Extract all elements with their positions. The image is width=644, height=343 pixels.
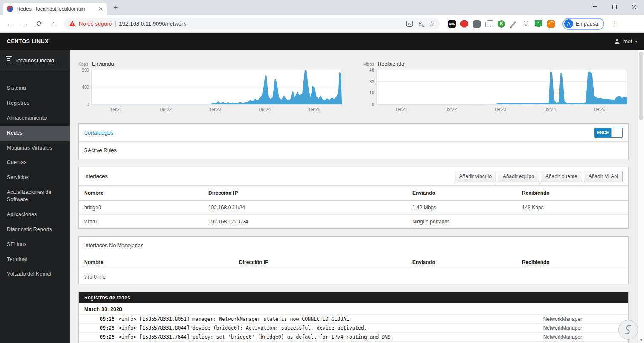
- unmanaged-panel: Interfaces No Manejadas Nombre Dirección…: [78, 236, 629, 284]
- sidebar: localhost.locald... Sistema Registros Al…: [0, 50, 70, 343]
- svg-text:16: 16: [369, 90, 374, 95]
- log-row[interactable]: 09:25 <info> [1585578331.8051] manager: …: [79, 314, 628, 323]
- table-row-bridge0[interactable]: bridge0 192.168.0.11/24 1,42 Mbps 143 Kb…: [79, 201, 628, 214]
- sidebar-item-terminal[interactable]: Terminal: [0, 252, 70, 267]
- log-service: NetworkManager: [543, 325, 582, 331]
- shield-check: ✓: [537, 20, 540, 24]
- close-icon: [632, 4, 637, 10]
- sidebar-item-servicios[interactable]: Servicios: [0, 170, 70, 185]
- browser-tab[interactable]: Redes - localhost.localdomain: [3, 3, 107, 15]
- toggle-on-label: ENCE: [595, 128, 611, 137]
- shield-extension-icon[interactable]: ✓0: [535, 20, 542, 28]
- minimize-button[interactable]: [585, 0, 605, 14]
- adblock-extension-icon[interactable]: [460, 20, 468, 28]
- log-row[interactable]: 09:25 <info> [1585578331.7644] policy: s…: [79, 332, 628, 341]
- chart-receiving: Mbps Recibiendo 016324809:2109:2209:2309…: [363, 61, 629, 114]
- add-vlan-button[interactable]: Añadir VLAN: [584, 171, 623, 182]
- scrollbar-thumb[interactable]: [639, 52, 643, 120]
- sidebar-item-actualizaciones[interactable]: Actualizaciones de Software: [0, 185, 70, 207]
- interfaces-header: Interfaces Añadir vínculo Añadir equipo …: [79, 167, 628, 185]
- sidebar-item-diagnostic-reports[interactable]: Diagnostic Reports: [0, 222, 70, 237]
- brand-title: CENTOS LINUX: [7, 38, 49, 44]
- user-name: root: [623, 38, 632, 44]
- shopping-extension-icon[interactable]: [547, 20, 555, 28]
- add-team-button[interactable]: Añadir equipo: [498, 171, 539, 182]
- svg-text:09:22: 09:22: [446, 107, 457, 112]
- maximize-button[interactable]: [605, 0, 624, 14]
- tab-close-icon[interactable]: [98, 6, 103, 12]
- sidebar-item-almacenamiento[interactable]: Almacenamiento: [0, 111, 70, 126]
- chart-sending-title: Enviando: [92, 61, 114, 67]
- log-time: 09:25: [100, 334, 119, 340]
- sidebar-item-sistema[interactable]: Sistema: [0, 81, 70, 96]
- home-button[interactable]: ⌂: [48, 18, 60, 30]
- svg-text:48: 48: [369, 68, 374, 73]
- security-warning-icon[interactable]: [69, 21, 76, 26]
- col-enviando: Enviando: [412, 259, 522, 265]
- minimize-icon: [593, 6, 597, 7]
- brush-extension-icon[interactable]: [510, 20, 518, 28]
- address-bar[interactable]: No es seguro 192.168.0.11:9090/network A…: [64, 18, 440, 30]
- log-row[interactable]: 09:25 <info> [1585578331.8044] device (b…: [79, 323, 628, 332]
- security-label[interactable]: No es seguro: [79, 21, 112, 27]
- url-extension-icon[interactable]: URL: [448, 20, 456, 28]
- sidebar-nav: Sistema Registros Almacenamiento Redes M…: [0, 71, 70, 281]
- cat-extension-icon[interactable]: [473, 20, 481, 28]
- log-service: NetworkManager: [543, 334, 582, 340]
- bookmark-star-icon[interactable]: ☆: [429, 21, 434, 27]
- translate-icon[interactable]: A: [406, 21, 413, 27]
- zoom-icon[interactable]: [419, 22, 423, 26]
- sidebar-item-volcado-kernel[interactable]: Volcado del Kernel: [0, 267, 70, 281]
- chevron-down-icon: ▾: [635, 39, 637, 44]
- sidebar-item-maquinas-virtuales[interactable]: Máquinas Virtuales: [0, 141, 70, 155]
- host-icon: [6, 56, 12, 64]
- svg-text:400: 400: [82, 85, 89, 90]
- screen-capture-overlay[interactable]: [618, 320, 638, 340]
- logs-title: Registros de redes: [79, 292, 628, 303]
- cell-name: virbr0: [84, 219, 208, 225]
- page: { "colors": { "accent_blue": "#0088ce", …: [0, 0, 644, 343]
- close-button[interactable]: [624, 0, 644, 14]
- capture-swoosh-icon: [623, 324, 634, 335]
- firewall-rules-text: 5 Active Rules: [79, 141, 628, 159]
- sidebar-item-cuentas[interactable]: Cuentas: [0, 155, 70, 170]
- browser-menu-button[interactable]: ⋮: [611, 19, 618, 28]
- sidebar-item-redes[interactable]: Redes: [0, 126, 70, 141]
- main-content: Kbps Enviando 040080009:2109:2209:2309:2…: [70, 50, 644, 343]
- unmanaged-title: Interfaces No Manejadas: [84, 243, 143, 249]
- keepa-extension-icon[interactable]: K: [498, 20, 505, 28]
- forward-button[interactable]: →: [19, 18, 31, 30]
- interfaces-table-header: Nombre Dirección IP Enviando Recibiendo: [79, 185, 628, 201]
- log-row-partial[interactable]: [79, 341, 628, 343]
- lightbulb-extension-icon[interactable]: [522, 20, 530, 28]
- extensions-area: URL K ✓0: [448, 20, 555, 28]
- host-selector[interactable]: localhost.locald...: [0, 50, 70, 71]
- scrollbar[interactable]: ▼: [638, 50, 644, 343]
- reload-button[interactable]: ⟳: [33, 18, 45, 30]
- log-service: NetworkManager: [543, 316, 582, 322]
- sidebar-item-registros[interactable]: Registros: [0, 96, 70, 111]
- firewall-toggle[interactable]: ENCE: [594, 128, 623, 138]
- new-tab-button[interactable]: +: [110, 2, 121, 13]
- cell-ip: 192.168.122.1/24: [208, 219, 412, 225]
- add-bond-button[interactable]: Añadir vínculo: [455, 171, 496, 182]
- sidebar-item-selinux[interactable]: SELinux: [0, 237, 70, 252]
- col-nombre: Nombre: [84, 190, 208, 196]
- sending-chart-plot: 040080009:2109:2209:2309:2409:25: [78, 68, 343, 112]
- user-menu[interactable]: root ▾: [614, 38, 637, 44]
- copy-extension-icon[interactable]: [485, 20, 493, 28]
- url-text[interactable]: 192.168.0.11:9090/network: [119, 21, 402, 27]
- host-name: localhost.locald...: [16, 57, 59, 64]
- chart-receiving-head: Mbps Recibiendo: [363, 61, 629, 67]
- sidebar-item-aplicaciones[interactable]: Aplicaciones: [0, 207, 70, 222]
- table-row-virbr0[interactable]: virbr0 192.168.122.1/24 Ningún portador: [79, 214, 628, 228]
- col-recibiendo: Recibiendo: [522, 190, 623, 196]
- svg-text:09:22: 09:22: [160, 107, 172, 112]
- scrollbar-down-arrow[interactable]: ▼: [638, 338, 644, 343]
- add-bridge-button[interactable]: Añadir puente: [541, 171, 582, 182]
- back-button[interactable]: ←: [4, 18, 16, 30]
- profile-button[interactable]: A En pausa: [562, 18, 604, 30]
- firewall-link[interactable]: Cortafuegos: [84, 130, 113, 136]
- table-row-virbr0-nic[interactable]: virbr0-nic: [79, 270, 628, 284]
- svg-text:09:25: 09:25: [309, 107, 320, 112]
